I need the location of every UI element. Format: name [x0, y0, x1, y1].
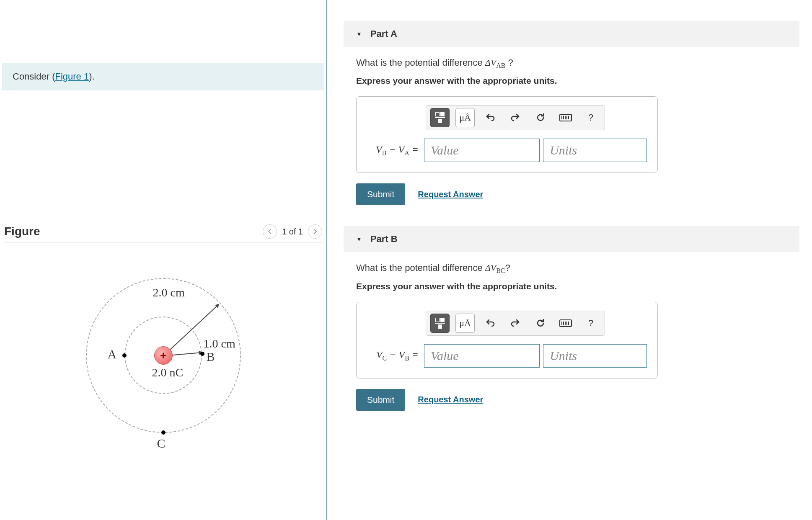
- lhs-v1: V: [376, 349, 383, 360]
- point-C-dot: [161, 430, 166, 435]
- inner-radius-label: 1.0 cm: [204, 337, 235, 350]
- lhs-s1: C: [383, 355, 387, 362]
- request-answer-link[interactable]: Request Answer: [418, 190, 483, 199]
- collapse-icon: ▼: [356, 236, 362, 242]
- lhs-eq: =: [409, 349, 419, 360]
- keyboard-button[interactable]: [556, 314, 575, 333]
- q-suffix: ?: [505, 263, 510, 273]
- lhs-eq: =: [409, 144, 419, 155]
- redo-button[interactable]: [506, 314, 525, 333]
- figure-heading: Figure: [4, 225, 40, 238]
- next-figure-button[interactable]: [308, 224, 322, 239]
- keyboard-icon: [559, 319, 572, 327]
- label-B: B: [207, 350, 215, 364]
- undo-button[interactable]: [481, 314, 500, 333]
- part-b-answer-row: VC − VB = Value Units: [367, 344, 647, 368]
- redo-icon: [510, 113, 520, 123]
- help-button[interactable]: ?: [581, 314, 600, 333]
- part-a-lhs: VB − VA =: [367, 144, 421, 157]
- q-delta: ΔVAB: [485, 57, 506, 68]
- label-A: A: [108, 347, 117, 361]
- units-input[interactable]: Units: [543, 139, 647, 162]
- template-button[interactable]: [430, 314, 450, 333]
- part-a-header[interactable]: ▼ Part A: [344, 21, 799, 47]
- q-prefix: What is the potential difference: [356, 57, 485, 68]
- lhs-minus: −: [386, 144, 398, 155]
- part-a-question: What is the potential difference ΔVAB ?: [356, 57, 795, 70]
- lhs-s2: A: [404, 149, 409, 157]
- prompt-suffix: ).: [89, 71, 94, 82]
- part-a-actions: Submit Request Answer: [356, 183, 795, 205]
- part-a-answer-row: VB − VA = Value Units: [367, 139, 647, 162]
- undo-icon: [485, 318, 495, 328]
- prompt-prefix: Consider (: [13, 71, 55, 82]
- right-pane: ▼ Part A What is the potential differenc…: [327, 0, 812, 520]
- point-B-dot: [200, 352, 204, 356]
- q-sub: BC: [496, 268, 505, 275]
- reset-icon: [535, 113, 546, 123]
- lhs-s2: B: [405, 355, 409, 362]
- point-A-dot: [122, 353, 127, 358]
- lhs-minus: −: [387, 349, 398, 360]
- reset-icon: [535, 318, 546, 328]
- part-b-instruction: Express your answer with the appropriate…: [356, 281, 795, 291]
- undo-icon: [485, 113, 495, 123]
- central-charge: +: [154, 346, 173, 365]
- lhs-v1: V: [376, 144, 382, 155]
- part-b-actions: Submit Request Answer: [356, 389, 795, 411]
- lhs-v2: V: [398, 349, 405, 360]
- keyboard-icon: [559, 114, 572, 121]
- value-input[interactable]: Value: [424, 139, 540, 162]
- part-a-instruction: Express your answer with the appropriate…: [356, 76, 795, 86]
- prompt-box: Consider (Figure 1).: [2, 63, 324, 90]
- part-a-body: What is the potential difference ΔVAB ? …: [327, 47, 812, 209]
- part-a-toolbar: μÅ ?: [426, 105, 605, 130]
- chevron-right-icon: [313, 229, 317, 234]
- part-a-title: Part A: [370, 28, 397, 39]
- template-button[interactable]: [430, 108, 450, 127]
- part-b-toolbar: μÅ ?: [426, 311, 605, 336]
- chevron-left-icon: [268, 229, 272, 234]
- figure-diagram: + A B C 1.0 cm 2.0 cm 2.0 nC: [46, 251, 281, 460]
- undo-button[interactable]: [481, 108, 500, 127]
- figure-header: Figure 1 of 1: [4, 224, 322, 242]
- part-b-lhs: VC − VB =: [367, 349, 421, 362]
- help-button[interactable]: ?: [581, 108, 600, 127]
- lhs-s1: B: [382, 149, 387, 157]
- figure-page-indicator: 1 of 1: [282, 227, 303, 237]
- submit-button[interactable]: Submit: [356, 183, 405, 205]
- figure-link[interactable]: Figure 1: [55, 71, 89, 82]
- reset-button[interactable]: [531, 314, 550, 333]
- units-input[interactable]: Units: [543, 344, 647, 368]
- value-input[interactable]: Value: [424, 344, 540, 368]
- figure-section: Figure 1 of 1 +: [0, 224, 326, 460]
- q-delta: ΔVBC: [485, 263, 505, 273]
- charge-label: 2.0 nC: [152, 366, 184, 379]
- part-b-title: Part B: [370, 234, 398, 245]
- redo-button[interactable]: [506, 108, 525, 127]
- units-button[interactable]: μÅ: [455, 108, 475, 127]
- part-a-answer-box: μÅ ? VB −: [356, 96, 658, 173]
- q-suffix: ?: [505, 57, 513, 68]
- keyboard-button[interactable]: [556, 108, 575, 127]
- q-sub: AB: [496, 62, 505, 69]
- units-button[interactable]: μÅ: [455, 314, 475, 333]
- collapse-icon: ▼: [356, 31, 362, 37]
- q-prefix: What is the potential difference: [356, 263, 485, 273]
- part-b-body: What is the potential difference ΔVBC? E…: [327, 252, 812, 414]
- app-root: Consider (Figure 1). Figure 1 of 1: [0, 0, 812, 520]
- outer-radius-label: 2.0 cm: [153, 286, 185, 299]
- figure-nav: 1 of 1: [263, 224, 322, 239]
- redo-icon: [510, 318, 520, 328]
- lhs-v2: V: [398, 144, 405, 155]
- plus-symbol: +: [160, 349, 166, 362]
- part-b-header[interactable]: ▼ Part B: [344, 226, 799, 252]
- submit-button[interactable]: Submit: [356, 389, 405, 411]
- reset-button[interactable]: [531, 108, 550, 127]
- fraction-icon: [435, 318, 445, 329]
- label-C: C: [157, 436, 166, 450]
- prev-figure-button[interactable]: [263, 224, 277, 239]
- left-pane: Consider (Figure 1). Figure 1 of 1: [0, 0, 327, 520]
- request-answer-link[interactable]: Request Answer: [418, 395, 483, 404]
- part-b-answer-box: μÅ ? VC −: [356, 302, 658, 378]
